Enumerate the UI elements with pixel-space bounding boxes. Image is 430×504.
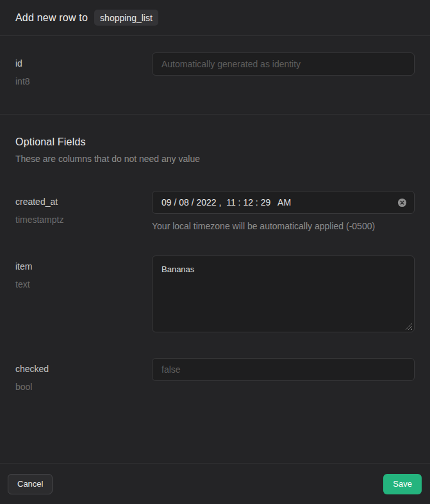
created-at-input[interactable] xyxy=(152,191,415,214)
id-input[interactable] xyxy=(152,53,415,76)
field-labels-item: item text xyxy=(15,256,152,289)
field-type-checked: bool xyxy=(15,382,152,392)
dialog-title: Add new row to xyxy=(15,12,88,24)
field-control-checked xyxy=(152,358,415,381)
field-type-created-at: timestamptz xyxy=(15,215,152,225)
optional-fields-section: Optional Fields These are columns that d… xyxy=(0,115,430,392)
field-row-created-at: created_at timestamptz Your local timezo… xyxy=(15,191,415,231)
field-labels-created-at: created_at timestamptz xyxy=(15,191,152,225)
field-row-id: id int8 xyxy=(15,53,415,86)
dialog-header: Add new row to shopping_list xyxy=(0,0,430,36)
cancel-button[interactable]: Cancel xyxy=(8,474,53,494)
circle-x-icon xyxy=(397,198,407,207)
optional-fields-description: These are columns that do not need any v… xyxy=(15,154,415,164)
field-name-item: item xyxy=(15,261,152,272)
field-labels-checked: checked bool xyxy=(15,358,152,392)
field-row-item: item text Bananas xyxy=(15,256,415,332)
field-name-id: id xyxy=(15,58,152,69)
field-name-checked: checked xyxy=(15,364,152,374)
add-row-panel: Add new row to shopping_list id int8 Opt… xyxy=(0,0,430,504)
required-fields-section: id int8 xyxy=(0,36,430,115)
field-control-item: Bananas xyxy=(152,256,415,332)
field-name-created-at: created_at xyxy=(15,197,152,207)
item-textarea[interactable]: Bananas xyxy=(152,256,415,332)
clear-datetime-button[interactable] xyxy=(395,196,408,209)
table-name-badge: shopping_list xyxy=(94,10,158,26)
field-row-checked: checked bool xyxy=(15,358,415,392)
timezone-helper-text: Your local timezone will be automaticall… xyxy=(152,221,415,231)
field-type-id: int8 xyxy=(15,76,152,86)
save-button[interactable]: Save xyxy=(383,474,422,494)
dialog-footer: Cancel Save xyxy=(0,463,430,504)
field-control-id xyxy=(152,53,415,76)
checked-input[interactable] xyxy=(152,358,415,381)
field-control-created-at: Your local timezone will be automaticall… xyxy=(152,191,415,231)
field-labels-id: id int8 xyxy=(15,53,152,86)
field-type-item: text xyxy=(15,279,152,289)
optional-fields-heading: Optional Fields xyxy=(15,136,415,148)
